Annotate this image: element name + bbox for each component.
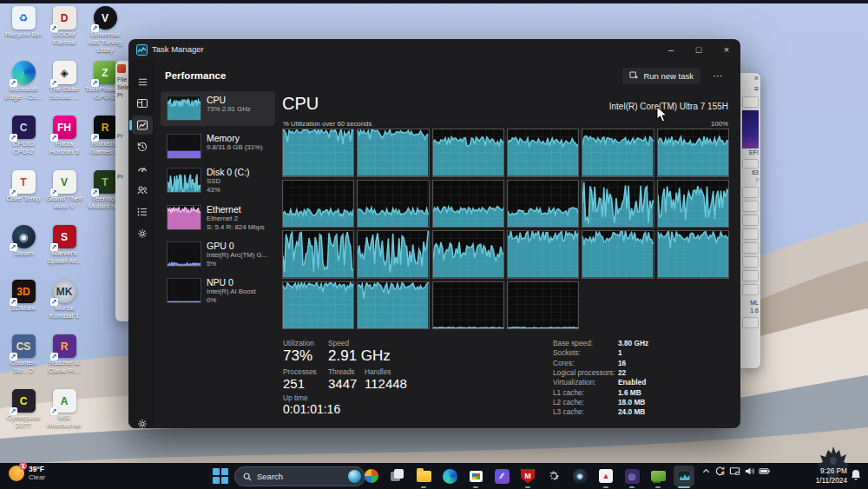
shortcut-arrow-badge: ↗ [10,407,17,415]
weather-widget[interactable]: 1 39°F Clear [9,466,45,482]
shortcut-arrow-badge: ↗ [50,24,58,32]
desktop-icon-doom-eternal[interactable]: D↗DOOM Eternal [44,6,84,47]
sidebar-item-npu[interactable]: NPU 0Intel(R) AI Boost0% [161,274,275,310]
help-icon[interactable]: ? [740,176,760,184]
sidebar-item-detail: 5% [207,260,216,268]
desktop-icon-microsoft-edge-co[interactable]: ↗Microsoft Edge - Co... [3,61,43,102]
nav-app-history-icon[interactable] [132,137,153,156]
nav-users-icon[interactable] [132,181,153,200]
spec-value: 24.0 MB [618,407,645,416]
handles-label: Handles [365,367,391,376]
taskbar-task-manager-icon[interactable] [674,466,694,486]
desktop-icon-core-temp[interactable]: T↗Core Temp [3,170,43,203]
speed-value: 2.91 GHz [328,347,391,365]
utilization-value: 73% [283,347,312,365]
nav-services-icon[interactable] [132,224,153,243]
taskbar-steam-icon[interactable]: ◉ [569,466,590,486]
app-icon: ♻ [12,6,36,30]
minimize-button[interactable]: – [657,39,685,59]
cpu-logical-processor-graph-13 [357,230,429,279]
desktop-icon-cpuid-cpu-z[interactable]: C↗CPUID CPU-Z [3,116,43,156]
icon-label: Cyberpunk 2077 [3,414,43,430]
desktop-icon-grand-theft-auto-v[interactable]: V↗Grand Theft Auto V [44,170,84,211]
desktop-icon-cyberpunk-2077[interactable]: C↗Cyberpunk 2077 [3,389,43,430]
desktop-icon-msi-afterburner[interactable]: A↗MSI Afterburner [44,389,84,430]
notification-bell-icon[interactable] [851,469,861,480]
processor-name: Intel(R) Core(TM) Ultra 7 155H [609,102,728,111]
taskbar-gpu-z-icon[interactable] [648,466,668,486]
clock[interactable]: 9:26 PM 1/11/2024 [816,466,847,486]
handles-value: 112448 [365,376,407,391]
taskbar-app-double-slash-icon[interactable]: ∕∕ [491,466,512,486]
tray-speaker-icon[interactable] [744,466,755,477]
graph-axis-label: % Utilization over 60 seconds [283,120,372,128]
taskbar-task-view-icon[interactable] [387,466,408,486]
nav-settings-icon[interactable] [132,414,153,428]
sidebar-item-detail: SSD [207,177,220,185]
nav-details-icon[interactable] [132,202,153,221]
maximize-button[interactable]: □ [685,39,713,59]
desktop-icon-forza-horizon-5[interactable]: FH↗Forza Horizon 5 [44,116,84,156]
search-placeholder: Search [257,472,343,481]
spec-value: 1 [618,348,622,357]
desktop-icon-the-elder-scrolls[interactable]: ◈↗The Elder Scrolls ... [44,61,84,102]
close-button[interactable]: × [713,39,740,59]
more-options-button[interactable]: ⋯ [709,68,727,84]
text-fragment: Pr [115,91,129,99]
spec-row: Sockets:1 [553,348,727,358]
sidebar-item-memory[interactable]: Memory9.8/31.6 GB (31%) [161,129,275,161]
nav-startup-apps-icon[interactable] [132,159,153,178]
nav-processes-icon[interactable] [132,94,153,113]
shortcut-arrow-badge: ↗ [10,353,17,360]
search-box[interactable]: Search [234,466,365,486]
tray-display-icon[interactable] [729,466,740,477]
sidebar-item-disk[interactable]: Disk 0 (C:)SSD43% [161,163,275,200]
tray-battery-icon[interactable] [759,466,771,477]
desktop-icon-mortal-kombat-1[interactable]: MK↗Mortal Kombat 1 [44,280,84,320]
spec-row: Base speed:3.80 GHz [553,339,727,348]
app-icon: T↗ [12,170,36,194]
close-icon[interactable]: × [740,73,760,83]
field-row [742,159,759,169]
taskbar-settings-icon[interactable] [543,466,564,486]
sidebar-item-name: Memory [207,133,240,143]
taskbar-microsoft-store-icon[interactable] [465,466,486,486]
nav-performance-icon[interactable] [132,116,153,135]
nav-menu-icon[interactable] [132,72,153,91]
hamburger-icon[interactable]: ≡ [740,83,760,94]
field-row [742,270,759,281]
shortcut-arrow-badge: ↗ [50,298,58,306]
taskbar-file-explorer-icon[interactable] [413,466,434,486]
desktop-icon-universal-x86-tuning-utility[interactable]: V↗Universal x86 Tuning Utility [85,6,125,55]
taskbar-mcafee-icon[interactable]: M [517,466,538,486]
desktop-icon-ratchet-clank-ri[interactable]: R↗Ratchet & Clank Ri... [44,334,84,375]
icon-label: Steam [3,250,43,258]
start-button[interactable] [213,468,228,484]
desktop-icon-counter-str-2[interactable]: CS↗Counter-Str... 2 [3,334,43,375]
background-window-left-edge[interactable]: File Sele Pr Fr Pr [115,61,129,321]
shortcut-arrow-badge: ↗ [10,188,17,196]
sidebar-item-gpu[interactable]: GPU 0Intel(R) Arc(TM) G...5% [161,237,275,274]
tray-update-icon[interactable] [714,466,726,477]
taskbar-edge-icon[interactable] [439,466,460,486]
taskbar-widgets-icon[interactable] [361,466,382,486]
clock-time: 9:26 PM [816,466,847,476]
icon-glyph: ◈ [60,67,68,79]
desktop-icon-steam[interactable]: ◉↗Steam [3,225,43,258]
title-bar[interactable]: Task Manager – □ × [128,39,740,60]
field-row [742,228,759,240]
running-indicator [421,486,426,489]
background-window-right-edge[interactable]: × ≡ EFI 63 ? ML 1.6 [740,73,760,368]
desktop-icon-3dmark[interactable]: 3D↗3DMark [3,280,43,313]
run-new-task-button[interactable]: Run new task [622,68,700,84]
sidebar-item-cpu[interactable]: CPU73% 2.91 GHz [161,91,275,126]
field-row [742,284,759,295]
desktop-icon-marvel-s-spider-m[interactable]: S↗Marvel's Spider-M... [44,225,84,266]
taskbar-app-red-icon[interactable]: ▲ [595,466,616,486]
tray-chevron-up-icon[interactable] [701,466,711,476]
sidebar-item-ethernet[interactable]: EthernetEthernet 2S: 5.4 R: 824 Mbps [161,201,275,237]
shortcut-arrow-badge: ↗ [10,298,17,306]
taskbar-app-purple-icon[interactable]: ◎ [621,466,642,486]
desktop-icon-recycle-bin[interactable]: ♻Recycle Bin [3,6,43,39]
sidebar-item-detail: Intel(R) AI Boost [207,287,256,295]
